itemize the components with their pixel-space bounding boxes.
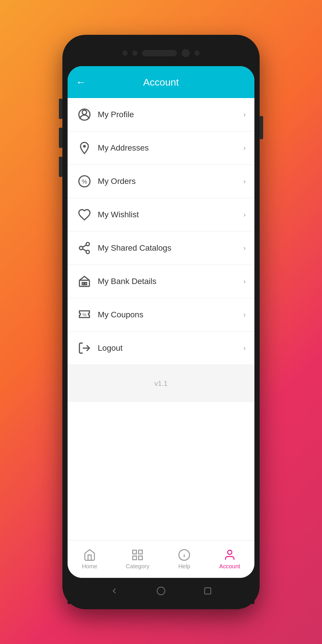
version-text: v1.1 [154, 379, 167, 387]
orders-icon: % [76, 173, 93, 189]
home-system-button[interactable] [156, 586, 166, 596]
bank-details-label: My Bank Details [98, 277, 243, 286]
system-navigation [68, 578, 254, 604]
chevron-icon: › [243, 144, 246, 152]
version-area: v1.1 [68, 365, 254, 402]
menu-item-shared-catalogs[interactable]: My Shared Catalogs › [68, 231, 254, 265]
screen: ← Account My Profile › [68, 66, 254, 578]
category-icon [131, 549, 144, 561]
nav-item-help[interactable]: Help [178, 549, 191, 570]
menu-item-orders[interactable]: % My Orders › [68, 165, 254, 198]
account-nav-icon [223, 549, 236, 561]
addresses-label: My Addresses [98, 143, 243, 153]
wishlist-label: My Wishlist [98, 210, 243, 219]
camera-mid [132, 50, 138, 56]
account-nav-label: Account [219, 563, 240, 570]
chevron-icon: › [243, 111, 246, 119]
chevron-icon: › [243, 277, 246, 285]
nav-item-home[interactable]: Home [82, 549, 97, 570]
shared-catalogs-label: My Shared Catalogs [98, 243, 243, 253]
category-nav-label: Category [126, 563, 149, 570]
svg-text:%: % [82, 312, 86, 317]
profile-icon [76, 106, 93, 123]
home-nav-label: Home [82, 563, 97, 570]
svg-rect-13 [85, 283, 87, 285]
home-icon [83, 549, 96, 561]
svg-rect-16 [133, 550, 137, 554]
svg-line-8 [82, 249, 86, 251]
back-system-button[interactable] [109, 586, 120, 596]
svg-point-7 [86, 250, 90, 254]
bank-icon [76, 273, 93, 290]
menu-list: My Profile › My Addresses › [68, 98, 254, 540]
speaker [142, 50, 177, 56]
chevron-icon: › [243, 344, 246, 352]
chevron-icon: › [243, 311, 246, 319]
front-camera [182, 49, 190, 57]
profile-label: My Profile [98, 110, 243, 119]
orders-label: My Orders [98, 177, 243, 186]
menu-item-logout[interactable]: Logout › [68, 332, 254, 365]
recent-system-button[interactable] [202, 586, 213, 596]
page-title: Account [143, 77, 179, 88]
location-icon [76, 140, 93, 156]
menu-item-profile[interactable]: My Profile › [68, 98, 254, 131]
bottom-navigation: Home Category [68, 540, 254, 578]
svg-rect-12 [82, 283, 84, 285]
app-header: ← Account [68, 66, 254, 98]
nav-item-category[interactable]: Category [126, 549, 149, 570]
back-button[interactable]: ← [76, 76, 86, 88]
status-bar [68, 40, 254, 66]
help-nav-label: Help [178, 563, 190, 570]
camera-left [122, 50, 128, 56]
chevron-icon: › [243, 177, 246, 185]
coupon-icon: % [76, 307, 93, 323]
volume-down-button [59, 128, 62, 148]
svg-line-9 [82, 245, 86, 247]
svg-point-5 [86, 243, 90, 246]
nav-item-account[interactable]: Account [219, 549, 240, 570]
svg-point-24 [157, 587, 165, 595]
svg-rect-18 [133, 556, 137, 560]
coupons-label: My Coupons [98, 310, 243, 319]
menu-item-bank-details[interactable]: My Bank Details › [68, 265, 254, 298]
camera-right [194, 50, 200, 56]
share-icon [76, 240, 93, 256]
svg-rect-19 [139, 556, 142, 560]
menu-item-coupons[interactable]: % My Coupons › [68, 298, 254, 332]
menu-item-addresses[interactable]: My Addresses › [68, 131, 254, 165]
volume-up-button [59, 99, 62, 119]
svg-point-23 [227, 550, 232, 555]
logout-icon [76, 340, 93, 356]
phone-frame: ← Account My Profile › [62, 35, 260, 609]
chevron-icon: › [243, 244, 246, 252]
silent-button [59, 157, 62, 177]
menu-item-wishlist[interactable]: My Wishlist › [68, 198, 254, 231]
svg-text:%: % [82, 178, 87, 185]
svg-point-6 [79, 246, 83, 250]
help-icon [178, 549, 191, 561]
svg-rect-25 [205, 588, 211, 594]
svg-point-0 [82, 110, 86, 115]
heart-icon [76, 207, 93, 223]
power-button [260, 116, 263, 139]
logout-label: Logout [98, 343, 243, 353]
svg-point-2 [83, 145, 86, 148]
svg-rect-17 [139, 550, 142, 554]
chevron-icon: › [243, 211, 246, 219]
